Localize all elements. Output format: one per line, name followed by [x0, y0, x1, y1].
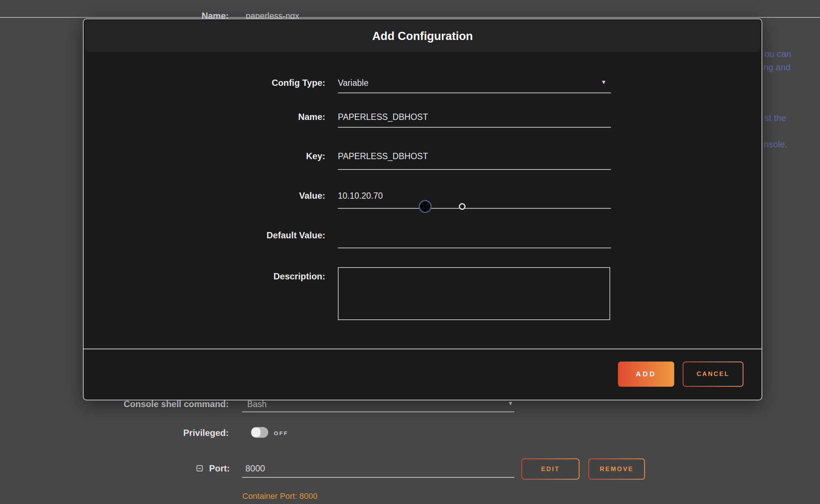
collapse-minus-icon[interactable]	[196, 465, 203, 471]
name-underline	[338, 127, 611, 128]
name-label: Name:	[84, 111, 325, 122]
config-type-label: Config Type:	[84, 77, 325, 88]
pointer-dot-icon	[459, 203, 466, 210]
description-label: Description:	[84, 271, 325, 282]
dialog-title: Add Configuration	[85, 20, 760, 52]
config-type-select[interactable]: Variable	[338, 77, 610, 88]
key-input[interactable]: PAPERLESS_DBHOST	[338, 151, 610, 162]
dialog-header: Add Configuration	[85, 20, 760, 52]
value-label: Value:	[84, 190, 325, 201]
screen: Name: paperless-ngx ou can ng and st the…	[0, 0, 820, 504]
privileged-label: Privileged:	[89, 427, 229, 439]
help-text-fragment: ng and	[763, 62, 790, 73]
chevron-down-icon[interactable]: ▼	[601, 79, 606, 85]
dialog-footer-divider	[84, 349, 762, 349]
default-value-underline	[338, 248, 611, 248]
add-button[interactable]: ADD	[618, 362, 674, 387]
edit-button[interactable]: EDIT	[521, 458, 579, 480]
chevron-down-icon[interactable]: ▼	[508, 400, 513, 406]
config-type-underline	[338, 93, 611, 93]
key-label: Key:	[84, 151, 325, 162]
default-value-label: Default Value:	[84, 230, 325, 241]
key-underline	[338, 169, 611, 170]
name-input[interactable]: PAPERLESS_DBHOST	[338, 111, 610, 122]
port-underline	[242, 477, 514, 478]
move-cursor-icon	[418, 199, 432, 214]
value-underline	[338, 208, 611, 209]
value-input[interactable]: 10.10.20.70	[338, 190, 610, 201]
help-text-fragment: ou can	[764, 49, 791, 59]
help-text-fragment: st the	[764, 113, 786, 123]
privileged-toggle[interactable]	[251, 427, 268, 438]
port-input[interactable]: 8000	[245, 463, 265, 474]
container-port-note: Container Port: 8000	[242, 491, 317, 501]
cancel-button[interactable]: CANCEL	[683, 362, 743, 387]
remove-button[interactable]: REMOVE	[588, 458, 645, 480]
description-textarea[interactable]	[338, 267, 610, 320]
port-label: Port:	[209, 463, 230, 474]
toggle-knob	[252, 428, 261, 437]
help-text-fragment: nsole.	[764, 139, 787, 149]
privileged-state: OFF	[274, 430, 288, 436]
console-shell-underline	[242, 411, 514, 412]
